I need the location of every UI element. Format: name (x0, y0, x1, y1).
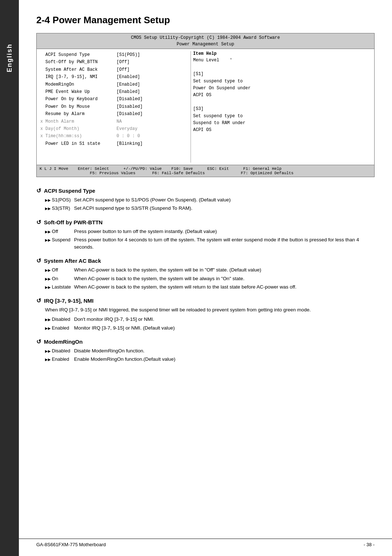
footer-right: - 38 - (364, 542, 375, 547)
bios-val-row: [Disabled] (117, 103, 185, 110)
bios-left-row: Power LED in S1 state (40, 140, 112, 147)
section-soft-off: Soft-Off by PWR-BTTN (36, 219, 375, 226)
bios-setup-box: CMOS Setup Utility-Copyright (C) 1984-20… (36, 33, 375, 177)
desc-key: Off (45, 228, 74, 235)
desc-entry: Laststate When AC-power is back to the s… (45, 283, 375, 291)
bios-left-row-disabled: xTime(hh:mm:ss) (40, 132, 112, 140)
irq-preamble: When IRQ [3-7, 9-15] or NMI triggered, t… (45, 306, 375, 314)
bios-help-row (193, 64, 371, 71)
bios-help-row: Suspend to RAM under (193, 120, 371, 127)
bios-footer: K L J I Move Enter: Select +/-/PU/PD: Va… (37, 165, 374, 177)
bios-val-row-disabled: Everyday (117, 125, 185, 132)
bios-left-row: ACPI Suspend Type (40, 51, 112, 58)
bios-left-row: Soft-Off by PWR_BTTN (40, 58, 112, 66)
bios-left-row: Resume by Alarm (40, 110, 112, 118)
bios-left-row: Power On by Mouse (40, 103, 112, 110)
bios-header: CMOS Setup Utility-Copyright (C) 1984-20… (37, 33, 374, 49)
bios-left-row-disabled: xMonth Alarm (40, 118, 112, 125)
desc-entry: S1(POS) Set ACPI suspend type to S1/POS … (45, 196, 375, 204)
bios-help-row: ACPI OS (193, 127, 371, 134)
desc-text: Disable ModemRingOn function. (74, 347, 375, 355)
desc-key: S1(POS) (45, 196, 74, 204)
bios-val-row: [Off] (117, 58, 185, 66)
bios-left-row: ModemRingOn (40, 81, 112, 88)
bios-left-row: PME Event Wake Up (40, 88, 112, 95)
bios-header-line2: Power Management Setup (37, 41, 374, 48)
bios-prev-label: F5: Previous Values F6: Fail-Safe Defaul… (40, 171, 294, 175)
bios-val-row: [Off] (117, 66, 185, 73)
desc-text: Press power button to turn off the syste… (74, 228, 375, 235)
bios-val-row: [Enabled] (117, 81, 185, 88)
desc-text: Set ACPI suspend type to S3/STR (Suspend… (74, 205, 375, 212)
desc-text: When AC-power is back to the system, the… (74, 266, 375, 274)
section-acpi-suspend-type: ACPI Suspend Type (36, 187, 375, 194)
section-title-system-after-ac: System After AC Back (44, 258, 101, 264)
bios-help-row (193, 99, 371, 106)
desc-text: When AC-power is back to the system, the… (74, 283, 375, 291)
section-title-irq: IRQ [3-7, 9-15], NMI (44, 298, 94, 304)
desc-key: Off (45, 266, 74, 274)
desc-text: Enable ModemRingOn function.(Default val… (74, 356, 375, 363)
bios-left-row: Power On by Keyboard (40, 95, 112, 103)
section-system-after-ac: System After AC Back (36, 257, 375, 264)
desc-key: Laststate (45, 283, 74, 291)
page-footer: GA-8S661FXM-775 Motherboard - 38 - (19, 539, 392, 547)
bios-left-row: IRQ [3-7, 9-15], NMI (40, 73, 112, 81)
desc-entry: Disabled Don't monitor IRQ [3-7, 9-15] o… (45, 316, 375, 323)
section-title-soft-off: Soft-Off by PWR-BTTN (44, 219, 103, 225)
desc-text: Set ACPI suspend type to S1/POS (Power O… (74, 196, 375, 204)
desc-key: Enabled (45, 324, 74, 332)
desc-entry: Disabled Disable ModemRingOn function. (45, 347, 375, 355)
bios-help-row: ACPI OS (193, 92, 371, 99)
desc-entry: S3(STR) Set ACPI suspend type to S3/STR … (45, 205, 375, 212)
footer-left: GA-8S661FXM-775 Motherboard (36, 542, 106, 547)
desc-key: Disabled (45, 316, 74, 323)
sidebar-label: English (6, 44, 13, 72)
bios-mid-column: [S1(POS)] [Off] [Off] [Enabled] [Enabled… (114, 51, 187, 163)
desc-entry: Suspend Press power button for 4 seconds… (45, 236, 375, 251)
desc-entry: On When AC-power is back to the system, … (45, 275, 375, 282)
bios-val-row-disabled: 0 : 0 : 0 (117, 132, 185, 140)
bios-help-row: [S3] (193, 106, 371, 113)
desc-text: Don't monitor IRQ [3-7, 9-15] or NMI. (74, 316, 375, 323)
desc-key: Suspend (45, 236, 74, 251)
section-title-acpi: ACPI Suspend Type (44, 188, 95, 194)
desc-text: Monitor IRQ [3-7, 9-15] or NMI. (Default… (74, 324, 375, 332)
bios-val-row-disabled: NA (117, 118, 185, 125)
desc-key: Disabled (45, 347, 74, 355)
bios-help-title: Item Help (193, 51, 371, 56)
bios-val-row: [Blinking] (117, 140, 185, 147)
bios-left-row-disabled: xDay(of Month) (40, 125, 112, 132)
desc-key: Enabled (45, 356, 74, 363)
bios-val-row: [Disabled] (117, 110, 185, 118)
desc-entry: Enabled Enable ModemRingOn function.(Def… (45, 356, 375, 363)
bios-val-row: [Enabled] (117, 88, 185, 95)
sidebar: English (0, 0, 19, 556)
section-irq-nmi: IRQ [3-7, 9-15], NMI (36, 297, 375, 304)
bios-help-column: Item Help Menu Level ' [S1] Set suspend … (191, 51, 373, 163)
page-title: 2-4 Power Management Setup (36, 15, 375, 26)
bios-help-row: Power On Suspend under (193, 85, 371, 92)
desc-text: When AC-power is back to the system, the… (74, 275, 375, 282)
desc-entry: Enabled Monitor IRQ [3-7, 9-15] or NMI. … (45, 324, 375, 332)
bios-footer-row1: K L J I Move Enter: Select +/-/PU/PD: Va… (40, 167, 294, 171)
desc-key: S3(STR) (45, 205, 74, 212)
bios-footer-controls: K L J I Move Enter: Select +/-/PU/PD: Va… (40, 167, 294, 175)
bios-left-row: System After AC Back (40, 66, 112, 73)
desc-entry: Off Press power button to turn off the s… (45, 228, 375, 235)
desc-text: Press power button for 4 seconds to turn… (74, 236, 375, 251)
bios-val-row: [S1(POS)] (117, 51, 185, 58)
bios-move-label: K L J I Move Enter: Select +/-/PU/PD: Va… (40, 167, 282, 171)
bios-left-column: ACPI Suspend Type Soft-Off by PWR_BTTN S… (38, 51, 114, 163)
bios-help-row: Menu Level ' (193, 57, 371, 64)
bios-val-row: [Disabled] (117, 95, 185, 103)
bios-help-row: [S1] (193, 71, 371, 78)
desc-entry: Off When AC-power is back to the system,… (45, 266, 375, 274)
bios-val-row: [Enabled] (117, 73, 185, 81)
bios-help-row: Set suspend type to (193, 113, 371, 120)
main-content: 2-4 Power Management Setup CMOS Setup Ut… (19, 0, 392, 379)
section-modem-ring-on: ModemRingOn (36, 338, 375, 345)
desc-key: On (45, 275, 74, 282)
bios-body: ACPI Suspend Type Soft-Off by PWR_BTTN S… (37, 49, 374, 165)
section-title-modem: ModemRingOn (44, 339, 83, 345)
